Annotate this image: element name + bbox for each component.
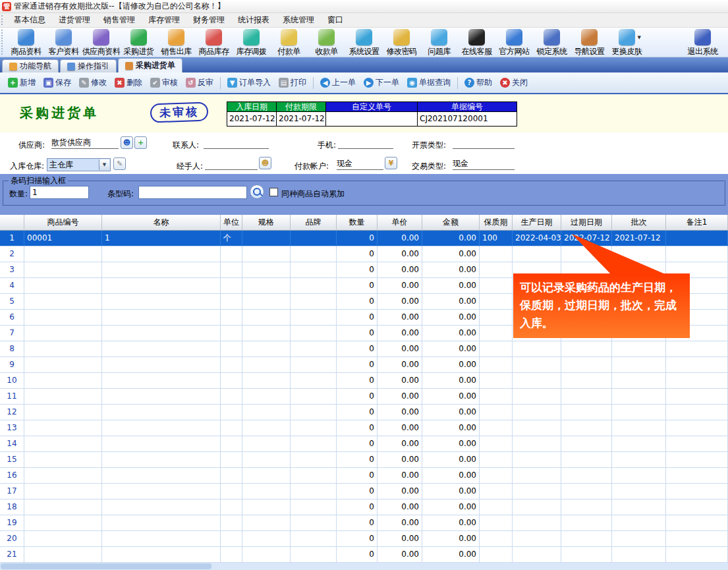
- grid-cell[interactable]: [480, 373, 513, 389]
- grid-cell[interactable]: [102, 294, 221, 310]
- grid-cell[interactable]: [242, 341, 291, 357]
- table-row[interactable]: 2100.000.00: [0, 547, 728, 563]
- grid-cell[interactable]: [480, 326, 513, 341]
- grid-cell[interactable]: [102, 246, 221, 262]
- action-button-unaudit[interactable]: ↺反审: [182, 77, 217, 88]
- row-number[interactable]: 4: [0, 278, 24, 294]
- row-number[interactable]: 12: [0, 405, 24, 420]
- grid-cell[interactable]: 0.00: [422, 499, 480, 515]
- grid-cell[interactable]: [480, 389, 513, 405]
- grid-cell[interactable]: [221, 310, 242, 326]
- grid-cell[interactable]: [291, 357, 337, 373]
- grid-cell[interactable]: [242, 420, 291, 436]
- grid-cell[interactable]: [291, 389, 337, 405]
- grid-cell[interactable]: [24, 531, 102, 547]
- grid-column-header[interactable]: 单位: [221, 215, 242, 231]
- toolbar-button-settings[interactable]: 系统设置: [345, 29, 383, 57]
- grid-cell[interactable]: [102, 310, 221, 326]
- grid-cell[interactable]: [291, 278, 337, 294]
- grid-cell[interactable]: [242, 531, 291, 547]
- grid-cell[interactable]: 0: [337, 326, 378, 341]
- table-row[interactable]: 1000011个00.000.001002022-04-032022-07-12…: [0, 231, 728, 246]
- grid-cell[interactable]: [102, 515, 221, 531]
- toolbar-button-purchase-cart[interactable]: 采购进货: [120, 29, 157, 57]
- row-number[interactable]: 2: [0, 246, 24, 262]
- grid-cell[interactable]: 0: [337, 310, 378, 326]
- grid-cell[interactable]: 0.00: [422, 389, 480, 405]
- action-button-help[interactable]: ?帮助: [461, 77, 496, 88]
- row-number[interactable]: 10: [0, 373, 24, 389]
- grid-cell[interactable]: 0.00: [422, 310, 480, 326]
- grid-column-header[interactable]: 生产日期: [513, 215, 561, 231]
- horizontal-scrollbar[interactable]: [0, 563, 728, 570]
- grid-cell[interactable]: 0.00: [378, 405, 422, 420]
- table-row[interactable]: 1100.000.00: [0, 389, 728, 405]
- grid-cell[interactable]: [24, 278, 102, 294]
- grid-cell[interactable]: [291, 405, 337, 420]
- toolbar-button-payment[interactable]: 付款单: [270, 29, 308, 57]
- grid-cell[interactable]: [242, 278, 291, 294]
- grid-cell[interactable]: [612, 420, 666, 436]
- action-button-add[interactable]: +新增: [4, 77, 40, 88]
- grid-cell[interactable]: [242, 484, 291, 499]
- grid-cell[interactable]: [242, 436, 291, 452]
- grid-cell[interactable]: [480, 278, 513, 294]
- warehouse-combo[interactable]: 主仓库 ▼: [47, 158, 111, 171]
- grid-cell[interactable]: [480, 420, 513, 436]
- table-row[interactable]: 2000.000.00: [0, 531, 728, 547]
- header-field-value[interactable]: 2021-07-12: [276, 112, 326, 127]
- grid-cell[interactable]: [480, 262, 513, 278]
- grid-cell[interactable]: [242, 326, 291, 341]
- grid-cell[interactable]: 0: [337, 278, 378, 294]
- grid-cell[interactable]: [666, 468, 728, 484]
- row-number[interactable]: 14: [0, 436, 24, 452]
- grid-cell[interactable]: 0.00: [422, 357, 480, 373]
- grid-cell[interactable]: 0.00: [378, 278, 422, 294]
- grid-cell[interactable]: [480, 547, 513, 563]
- grid-cell[interactable]: [666, 436, 728, 452]
- grid-cell[interactable]: 0.00: [422, 405, 480, 420]
- row-number[interactable]: 7: [0, 326, 24, 341]
- table-row[interactable]: 1700.000.00: [0, 484, 728, 499]
- grid-cell[interactable]: [221, 499, 242, 515]
- action-button-save[interactable]: ▣保存: [40, 77, 75, 88]
- grid-cell[interactable]: 0: [337, 231, 378, 246]
- action-button-search-doc[interactable]: ◉单据查询: [403, 77, 455, 88]
- row-number[interactable]: 20: [0, 531, 24, 547]
- grid-cell[interactable]: 0.00: [378, 373, 422, 389]
- grid-cell[interactable]: 2022-04-03: [513, 231, 561, 246]
- grid-cell[interactable]: 0.00: [378, 468, 422, 484]
- grid-cell[interactable]: [612, 452, 666, 468]
- invoice-type-input[interactable]: [453, 137, 515, 149]
- action-button-edit[interactable]: ✎修改: [75, 77, 111, 88]
- grid-cell[interactable]: [291, 246, 337, 262]
- action-button-import[interactable]: ▼订单导入: [223, 77, 275, 88]
- row-number[interactable]: 17: [0, 484, 24, 499]
- grid-cell[interactable]: [242, 547, 291, 563]
- supplier-select-button[interactable]: ☻: [121, 136, 133, 149]
- grid-cell[interactable]: [561, 436, 612, 452]
- grid-cell[interactable]: [666, 246, 728, 262]
- grid-cell[interactable]: [561, 499, 612, 515]
- grid-cell[interactable]: 0: [337, 484, 378, 499]
- grid-cell[interactable]: [221, 484, 242, 499]
- grid-cell[interactable]: [242, 294, 291, 310]
- grid-cell[interactable]: [242, 515, 291, 531]
- toolbar-button-password[interactable]: 修改密码: [383, 29, 420, 57]
- grid-cell[interactable]: 0: [337, 452, 378, 468]
- grid-cell[interactable]: [242, 499, 291, 515]
- grid-cell[interactable]: [513, 246, 561, 262]
- grid-column-header[interactable]: 单价: [378, 215, 422, 231]
- grid-cell[interactable]: 0: [337, 531, 378, 547]
- grid-cell[interactable]: [513, 436, 561, 452]
- grid-cell[interactable]: [291, 373, 337, 389]
- grid-cell[interactable]: 0.00: [422, 468, 480, 484]
- action-button-print[interactable]: ▤打印: [275, 77, 310, 88]
- grid-cell[interactable]: 0.00: [422, 531, 480, 547]
- grid-cell[interactable]: [102, 357, 221, 373]
- grid-column-header[interactable]: 规格: [242, 215, 291, 231]
- grid-cell[interactable]: [24, 484, 102, 499]
- grid-column-header[interactable]: 批次: [612, 215, 666, 231]
- grid-cell[interactable]: 0.00: [422, 484, 480, 499]
- scrollbar-thumb[interactable]: [1, 563, 211, 569]
